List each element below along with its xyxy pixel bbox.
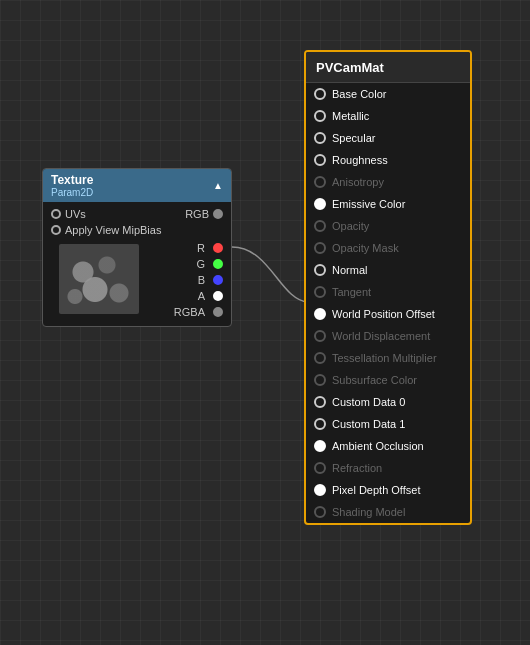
normal-label: Normal xyxy=(332,264,367,276)
uvs-output-label: RGB xyxy=(185,208,209,220)
texture-node-header: Texture Param2D ▲ xyxy=(43,169,231,202)
roughness-socket[interactable] xyxy=(314,154,326,166)
mipbias-socket-left[interactable] xyxy=(51,225,61,235)
custom-data-1-socket[interactable] xyxy=(314,418,326,430)
opacity-mask-label: Opacity Mask xyxy=(332,242,399,254)
material-input-normal[interactable]: Normal xyxy=(306,259,470,281)
emissive-color-socket[interactable] xyxy=(314,198,326,210)
metallic-label: Metallic xyxy=(332,110,369,122)
subsurface-color-label: Subsurface Color xyxy=(332,374,417,386)
base-color-label: Base Color xyxy=(332,88,386,100)
pixel-depth-offset-label: Pixel Depth Offset xyxy=(332,484,420,496)
texture-node-collapse-icon[interactable]: ▲ xyxy=(213,180,223,191)
g-socket-right[interactable] xyxy=(213,259,223,269)
texture-node: Texture Param2D ▲ UVs RGB Apply View Mip… xyxy=(42,168,232,327)
texture-preview xyxy=(59,244,139,314)
roughness-label: Roughness xyxy=(332,154,388,166)
custom-data-1-label: Custom Data 1 xyxy=(332,418,405,430)
world-position-offset-socket[interactable] xyxy=(314,308,326,320)
g-output-label: G xyxy=(196,258,205,270)
ambient-occlusion-socket[interactable] xyxy=(314,440,326,452)
a-output-label: A xyxy=(198,290,205,302)
anisotropy-socket[interactable] xyxy=(314,176,326,188)
subsurface-color-socket[interactable] xyxy=(314,374,326,386)
material-node-header: PVCamMat xyxy=(306,52,470,83)
texture-node-title-block: Texture Param2D xyxy=(51,173,93,198)
r-output-label: R xyxy=(197,242,205,254)
texture-output-g: G xyxy=(174,256,223,272)
emissive-color-label: Emissive Color xyxy=(332,198,405,210)
material-input-emissive-color[interactable]: Emissive Color xyxy=(306,193,470,215)
material-input-subsurface-color[interactable]: Subsurface Color xyxy=(306,369,470,391)
uvs-socket-left[interactable] xyxy=(51,209,61,219)
texture-node-title: Texture xyxy=(51,173,93,187)
texture-input-mipbias: Apply View MipBias xyxy=(43,222,231,238)
material-input-anisotropy[interactable]: Anisotropy xyxy=(306,171,470,193)
refraction-label: Refraction xyxy=(332,462,382,474)
tangent-socket[interactable] xyxy=(314,286,326,298)
shading-model-socket[interactable] xyxy=(314,506,326,518)
opacity-socket[interactable] xyxy=(314,220,326,232)
shading-model-label: Shading Model xyxy=(332,506,405,518)
material-input-refraction[interactable]: Refraction xyxy=(306,457,470,479)
metallic-socket[interactable] xyxy=(314,110,326,122)
specular-label: Specular xyxy=(332,132,375,144)
specular-socket[interactable] xyxy=(314,132,326,144)
material-input-opacity-mask[interactable]: Opacity Mask xyxy=(306,237,470,259)
normal-socket[interactable] xyxy=(314,264,326,276)
anisotropy-label: Anisotropy xyxy=(332,176,384,188)
mipbias-label: Apply View MipBias xyxy=(65,224,161,236)
texture-output-a: A xyxy=(174,288,223,304)
material-input-ambient-occlusion[interactable]: Ambient Occlusion xyxy=(306,435,470,457)
texture-node-subtitle: Param2D xyxy=(51,187,93,198)
refraction-socket[interactable] xyxy=(314,462,326,474)
world-displacement-socket[interactable] xyxy=(314,330,326,342)
material-input-metallic[interactable]: Metallic xyxy=(306,105,470,127)
material-input-custom-data-0[interactable]: Custom Data 0 xyxy=(306,391,470,413)
material-input-roughness[interactable]: Roughness xyxy=(306,149,470,171)
material-input-shading-model[interactable]: Shading Model xyxy=(306,501,470,523)
rgba-socket-right[interactable] xyxy=(213,307,223,317)
opacity-mask-socket[interactable] xyxy=(314,242,326,254)
material-input-world-displacement[interactable]: World Displacement xyxy=(306,325,470,347)
b-output-label: B xyxy=(198,274,205,286)
material-node-title: PVCamMat xyxy=(316,60,384,75)
custom-data-0-socket[interactable] xyxy=(314,396,326,408)
texture-output-r: R xyxy=(174,240,223,256)
texture-input-uvs: UVs RGB xyxy=(43,206,231,222)
uvs-label: UVs xyxy=(65,208,86,220)
tessellation-socket[interactable] xyxy=(314,352,326,364)
pixel-depth-offset-socket[interactable] xyxy=(314,484,326,496)
material-input-pixel-depth-offset[interactable]: Pixel Depth Offset xyxy=(306,479,470,501)
rgba-output-label: RGBA xyxy=(174,306,205,318)
texture-output-rgba: RGBA xyxy=(174,304,223,320)
texture-output-b: B xyxy=(174,272,223,288)
opacity-label: Opacity xyxy=(332,220,369,232)
material-input-tangent[interactable]: Tangent xyxy=(306,281,470,303)
base-color-socket[interactable] xyxy=(314,88,326,100)
world-displacement-label: World Displacement xyxy=(332,330,430,342)
material-input-base-color[interactable]: Base Color xyxy=(306,83,470,105)
b-socket-right[interactable] xyxy=(213,275,223,285)
texture-preview-image xyxy=(59,244,139,314)
world-position-offset-label: World Position Offset xyxy=(332,308,435,320)
uvs-socket-right[interactable] xyxy=(213,209,223,219)
material-input-custom-data-1[interactable]: Custom Data 1 xyxy=(306,413,470,435)
texture-node-body: UVs RGB Apply View MipBias R xyxy=(43,202,231,326)
material-input-specular[interactable]: Specular xyxy=(306,127,470,149)
custom-data-0-label: Custom Data 0 xyxy=(332,396,405,408)
material-node: PVCamMat Base Color Metallic Specular Ro… xyxy=(304,50,472,525)
ambient-occlusion-label: Ambient Occlusion xyxy=(332,440,424,452)
tangent-label: Tangent xyxy=(332,286,371,298)
material-input-world-position-offset[interactable]: World Position Offset xyxy=(306,303,470,325)
tessellation-label: Tessellation Multiplier xyxy=(332,352,437,364)
r-socket-right[interactable] xyxy=(213,243,223,253)
a-socket-right[interactable] xyxy=(213,291,223,301)
material-input-opacity[interactable]: Opacity xyxy=(306,215,470,237)
material-input-tessellation-multiplier[interactable]: Tessellation Multiplier xyxy=(306,347,470,369)
